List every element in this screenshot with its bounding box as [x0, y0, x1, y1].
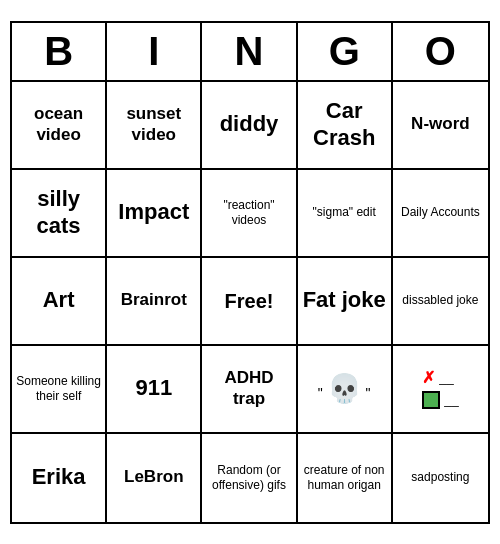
cell-19-checkbox[interactable]: ✗ __ __ [393, 346, 488, 434]
cell-13[interactable]: Fat joke [298, 258, 393, 346]
bingo-header: B I N G O [12, 23, 488, 82]
cell-9[interactable]: Daily Accounts [393, 170, 488, 258]
cell-17[interactable]: ADHD trap [202, 346, 297, 434]
header-o: O [393, 23, 488, 80]
bingo-card: B I N G O ocean video sunset video diddy… [10, 21, 490, 524]
cell-8[interactable]: "sigma" edit [298, 170, 393, 258]
quote-close: " [366, 385, 371, 401]
skull-icon: 💀 [327, 373, 362, 404]
cell-18-skull[interactable]: " 💀 " [298, 346, 393, 434]
cell-21[interactable]: LeBron [107, 434, 202, 522]
x-icon: ✗ [422, 368, 435, 387]
cell-24[interactable]: sadposting [393, 434, 488, 522]
line-2: __ [444, 392, 458, 408]
bingo-grid: ocean video sunset video diddy Car Crash… [12, 82, 488, 522]
cell-6[interactable]: Impact [107, 170, 202, 258]
cell-14[interactable]: dissabled joke [393, 258, 488, 346]
cell-5[interactable]: silly cats [12, 170, 107, 258]
cell-7[interactable]: "reaction" videos [202, 170, 297, 258]
header-n: N [202, 23, 297, 80]
checkmark-icon [422, 391, 440, 409]
line-1: __ [439, 370, 453, 386]
cell-10[interactable]: Art [12, 258, 107, 346]
cell-16[interactable]: 911 [107, 346, 202, 434]
cell-15[interactable]: Someone killing their self [12, 346, 107, 434]
header-g: G [298, 23, 393, 80]
cell-23[interactable]: creature of non human origan [298, 434, 393, 522]
header-i: I [107, 23, 202, 80]
quote-open: " [318, 385, 323, 401]
cell-2[interactable]: diddy [202, 82, 297, 170]
cell-12-free[interactable]: Free! [202, 258, 297, 346]
cell-1[interactable]: sunset video [107, 82, 202, 170]
cell-22[interactable]: Random (or offensive) gifs [202, 434, 297, 522]
cell-11[interactable]: Brainrot [107, 258, 202, 346]
cell-3[interactable]: Car Crash [298, 82, 393, 170]
cell-4[interactable]: N-word [393, 82, 488, 170]
header-b: B [12, 23, 107, 80]
cell-20[interactable]: Erika [12, 434, 107, 522]
cell-0[interactable]: ocean video [12, 82, 107, 170]
